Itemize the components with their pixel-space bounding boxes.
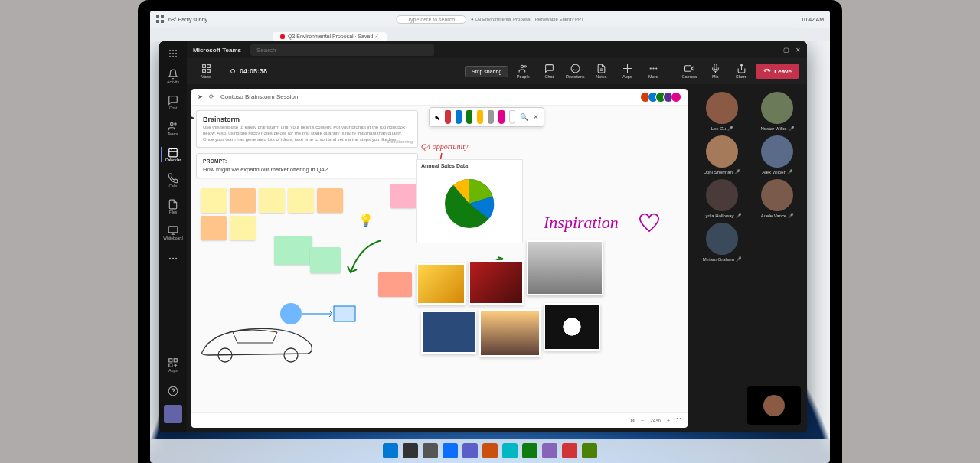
pointer-tool-icon[interactable]: ⬉: [434, 113, 440, 122]
photo-tile[interactable]: [479, 309, 541, 357]
participant-tile[interactable]: Joni Sherman 🎤: [698, 135, 746, 174]
share-button[interactable]: Share: [730, 64, 753, 79]
settings-icon[interactable]: ⚙: [630, 418, 635, 424]
pen-green[interactable]: [466, 110, 472, 124]
photo-tile[interactable]: [421, 311, 476, 354]
sticky-note[interactable]: [230, 188, 256, 213]
taskbar-app-icon[interactable]: [443, 443, 458, 458]
pen-blue[interactable]: [456, 110, 462, 124]
waffle-icon[interactable]: [168, 49, 178, 58]
pen-yellow[interactable]: [477, 110, 483, 124]
taskbar-app-icon[interactable]: [542, 443, 557, 458]
os-search-input[interactable]: Type here to search: [396, 15, 466, 24]
photo-tile[interactable]: [416, 263, 466, 305]
sticky-note[interactable]: [201, 216, 227, 240]
taskbar-app-icon[interactable]: [582, 443, 597, 458]
rail-apps[interactable]: Apps: [161, 353, 185, 377]
app-name: Microsoft Teams: [193, 47, 241, 54]
ink-opportunity[interactable]: Q4 opportunity: [421, 142, 468, 151]
sticky-note[interactable]: [317, 188, 343, 213]
cursor-icon[interactable]: ➤: [198, 93, 203, 100]
sticky-note[interactable]: [274, 236, 312, 265]
taskbar-app-icon[interactable]: [502, 443, 518, 458]
apps-button[interactable]: Apps: [616, 64, 639, 79]
participant-tile[interactable]: Lydia Holloway 🎤: [698, 179, 746, 218]
photo-tile[interactable]: [469, 260, 524, 305]
rail-whiteboard[interactable]: Whiteboard: [161, 220, 185, 245]
sticky-note[interactable]: [201, 188, 227, 213]
svg-rect-26: [202, 70, 205, 73]
participant-tile[interactable]: Alex Wilber 🎤: [753, 135, 801, 174]
svg-point-4: [169, 50, 171, 51]
pen-pink[interactable]: [498, 110, 505, 124]
rail-activity[interactable]: Activity: [161, 64, 185, 89]
sticky-note[interactable]: [310, 247, 341, 273]
rail-teams[interactable]: Teams: [161, 116, 185, 141]
photo-tile[interactable]: [544, 303, 600, 351]
sticky-note[interactable]: [288, 188, 314, 213]
rail-help[interactable]: [161, 379, 185, 403]
rail-chat[interactable]: Chat: [161, 90, 185, 115]
people-button[interactable]: People: [511, 64, 534, 79]
ink-inspiration[interactable]: Inspiration: [544, 213, 619, 233]
pie-chart: [439, 173, 500, 234]
self-video-tile[interactable]: [747, 386, 801, 425]
minimize-icon[interactable]: —: [771, 47, 777, 54]
taskbar-app-icon[interactable]: [562, 443, 577, 458]
participant-tile[interactable]: Lee Gu 🎤: [698, 92, 746, 131]
rail-calls[interactable]: Calls: [161, 168, 185, 193]
zoom-out-button[interactable]: −: [641, 418, 644, 423]
svg-point-7: [169, 53, 171, 54]
refresh-icon[interactable]: ⟳: [209, 93, 214, 100]
search-tool-icon[interactable]: 🔍: [520, 113, 528, 121]
close-icon[interactable]: ✕: [795, 47, 801, 54]
sticky-note[interactable]: [390, 184, 416, 208]
record-indicator-icon: [230, 69, 235, 73]
collaborator-avatars[interactable]: [643, 92, 681, 103]
close-toolbar-icon[interactable]: ✕: [533, 113, 539, 121]
fit-icon[interactable]: ⛶: [676, 418, 681, 423]
brainstorm-card[interactable]: ➤ Brainstorm Use this template to easily…: [196, 110, 418, 148]
taskbar-app-icon[interactable]: [482, 443, 498, 458]
taskbar-app-icon[interactable]: [423, 443, 438, 458]
camera-button[interactable]: Camera: [678, 64, 701, 79]
prompt-card[interactable]: PROMPT: How might we expand our market o…: [196, 153, 418, 178]
reactions-button[interactable]: Reactions: [564, 64, 586, 79]
pen-red[interactable]: [445, 110, 451, 124]
zoom-in-button[interactable]: +: [667, 418, 670, 423]
rail-more[interactable]: [161, 246, 185, 271]
taskbar-app-icon[interactable]: [383, 443, 398, 458]
participant-tile[interactable]: Miriam Graham 🎤: [698, 223, 746, 262]
eraser-tool[interactable]: [509, 110, 515, 124]
more-button[interactable]: More: [642, 64, 665, 79]
mic-button[interactable]: Mic: [704, 64, 727, 79]
rail-calendar[interactable]: Calendar: [161, 142, 185, 167]
svg-rect-24: [202, 65, 205, 68]
taskbar-app-icon[interactable]: [462, 443, 478, 458]
notes-button[interactable]: Notes: [590, 64, 612, 79]
sticky-note[interactable]: [230, 216, 256, 240]
rail-profile[interactable]: [164, 405, 182, 423]
chat-button[interactable]: Chat: [537, 64, 560, 79]
taskbar-app-icon[interactable]: [403, 443, 418, 458]
taskbar-app-icon[interactable]: [522, 443, 537, 458]
rail-files[interactable]: Files: [161, 194, 185, 219]
recent-doc-chip[interactable]: ● Q3 Environmental Proposal Renewable En…: [471, 17, 584, 21]
pen-toolbar[interactable]: ⬉ 🔍 ✕: [429, 107, 544, 127]
sticky-note[interactable]: [259, 188, 285, 213]
whiteboard-canvas[interactable]: ⬉ 🔍 ✕ ➤ Bra: [191, 106, 688, 412]
ink-green-arrow: [345, 236, 390, 282]
grid-widgets-icon[interactable]: [156, 15, 164, 23]
browser-tab[interactable]: Q3 Environmental Proposal · Saved ✓: [273, 32, 387, 41]
pen-gray[interactable]: [488, 110, 494, 124]
participant-tile[interactable]: Adele Vance 🎤: [753, 179, 801, 218]
stop-sharing-button[interactable]: Stop sharing: [465, 66, 508, 77]
view-button[interactable]: View: [194, 64, 217, 79]
teams-search-input[interactable]: [250, 44, 434, 56]
car-sketch[interactable]: [196, 318, 318, 364]
maximize-icon[interactable]: ▢: [783, 47, 789, 54]
chart-card[interactable]: Annual Sales Data: [416, 159, 523, 243]
participant-tile[interactable]: Nestor Wilke 🎤: [753, 92, 801, 131]
photo-tile[interactable]: [527, 240, 603, 295]
leave-button[interactable]: Leave: [756, 64, 799, 79]
